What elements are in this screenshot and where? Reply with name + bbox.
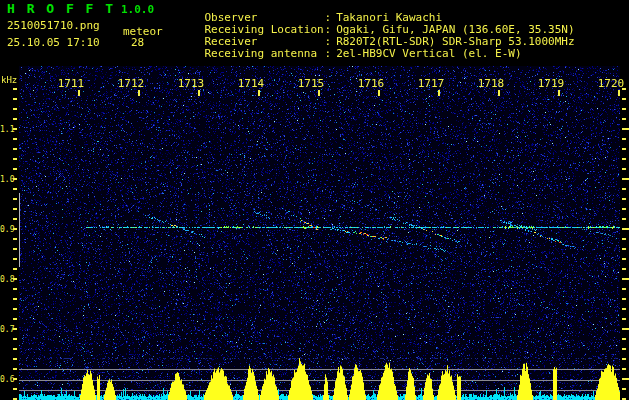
tick-mark bbox=[138, 90, 140, 96]
tick-mark bbox=[13, 288, 17, 290]
tick-mark bbox=[13, 98, 17, 100]
tick-mark bbox=[258, 90, 260, 96]
echo-count: 28 bbox=[131, 38, 144, 48]
freq-tick-label: 0.7 bbox=[0, 325, 14, 335]
tick-mark bbox=[622, 278, 629, 280]
tick-mark bbox=[622, 338, 626, 340]
tick-mark bbox=[78, 90, 80, 96]
tick-mark bbox=[198, 90, 200, 96]
output-filename: 2510051710.png bbox=[7, 21, 100, 31]
tick-mark bbox=[13, 318, 17, 320]
tick-mark bbox=[13, 368, 17, 370]
tick-mark bbox=[558, 90, 560, 96]
tick-mark bbox=[622, 308, 626, 310]
tick-mark bbox=[13, 108, 17, 110]
tick-mark bbox=[13, 168, 17, 170]
tick-mark bbox=[13, 188, 17, 190]
tick-mark bbox=[622, 158, 626, 160]
tick-mark bbox=[622, 128, 629, 130]
tick-mark bbox=[622, 228, 629, 230]
tick-mark bbox=[622, 168, 626, 170]
tick-mark bbox=[13, 278, 17, 280]
spectrogram-canvas bbox=[19, 66, 620, 400]
tick-mark bbox=[318, 90, 320, 96]
tick-mark bbox=[13, 248, 17, 250]
timestamp: 25.10.05 17:10 bbox=[7, 38, 100, 48]
info-row-antenna: Receiving antenna:2el-HB9CV Vertical (el… bbox=[178, 39, 522, 69]
tick-mark bbox=[618, 90, 620, 96]
time-tick-label: 1711 bbox=[56, 79, 86, 89]
tick-mark bbox=[13, 358, 17, 360]
tick-mark bbox=[13, 328, 17, 330]
info-value: 2el-HB9CV Vertical (el. E-W) bbox=[336, 47, 521, 60]
tick-mark bbox=[13, 138, 17, 140]
tick-mark bbox=[622, 138, 626, 140]
tick-mark bbox=[13, 88, 17, 90]
app-title: H R O F F T bbox=[7, 4, 115, 14]
tick-mark bbox=[622, 188, 626, 190]
tick-mark bbox=[622, 108, 626, 110]
tick-mark bbox=[13, 148, 17, 150]
time-tick-label: 1712 bbox=[116, 79, 146, 89]
time-tick-label: 1719 bbox=[536, 79, 566, 89]
tick-mark bbox=[13, 268, 17, 270]
tick-mark bbox=[438, 90, 440, 96]
tick-mark bbox=[13, 158, 17, 160]
freq-tick-label: 0.9 bbox=[0, 225, 14, 235]
tick-mark bbox=[13, 348, 17, 350]
tick-mark bbox=[13, 218, 17, 220]
freq-tick-label: 1.0 bbox=[0, 175, 14, 185]
tick-mark bbox=[13, 118, 17, 120]
tick-mark bbox=[378, 90, 380, 96]
tick-mark bbox=[13, 388, 17, 390]
tick-mark bbox=[622, 178, 629, 180]
tick-mark bbox=[13, 128, 17, 130]
tick-mark bbox=[13, 208, 17, 210]
time-tick-label: 1718 bbox=[476, 79, 506, 89]
tick-mark bbox=[13, 258, 17, 260]
tick-mark bbox=[13, 308, 17, 310]
tick-mark bbox=[622, 378, 629, 380]
tick-mark bbox=[622, 118, 626, 120]
tick-mark bbox=[13, 198, 17, 200]
tick-mark bbox=[622, 198, 626, 200]
tick-mark bbox=[622, 258, 626, 260]
info-label: Receiving antenna bbox=[205, 49, 325, 59]
hrofft-window: H R O F F T 1.0.0 2510051710.png meteor … bbox=[0, 0, 629, 400]
tick-mark bbox=[13, 338, 17, 340]
info-separator: : bbox=[325, 47, 332, 60]
tick-mark bbox=[622, 348, 626, 350]
tick-mark bbox=[13, 298, 17, 300]
tick-mark bbox=[622, 388, 626, 390]
tick-mark bbox=[622, 88, 626, 90]
tick-mark bbox=[622, 208, 626, 210]
tick-mark bbox=[13, 238, 17, 240]
freq-tick-label: 0.6 bbox=[0, 375, 14, 385]
freq-axis-unit: kHz bbox=[1, 75, 17, 85]
time-tick-label: 1715 bbox=[296, 79, 326, 89]
tick-mark bbox=[622, 368, 626, 370]
tick-mark bbox=[622, 218, 626, 220]
tick-mark bbox=[622, 148, 626, 150]
tick-mark bbox=[622, 268, 626, 270]
tick-mark bbox=[622, 358, 626, 360]
tick-mark bbox=[13, 228, 17, 230]
tick-mark bbox=[622, 328, 629, 330]
time-tick-label: 1717 bbox=[416, 79, 446, 89]
freq-tick-label: 1.1 bbox=[0, 125, 14, 135]
tick-mark bbox=[13, 378, 17, 380]
tick-mark bbox=[622, 288, 626, 290]
time-tick-label: 1716 bbox=[356, 79, 386, 89]
time-tick-label: 1714 bbox=[236, 79, 266, 89]
tick-mark bbox=[622, 248, 626, 250]
tick-mark bbox=[13, 178, 17, 180]
tick-mark bbox=[622, 98, 626, 100]
tick-mark bbox=[622, 238, 626, 240]
tick-mark bbox=[622, 298, 626, 300]
time-tick-label: 1713 bbox=[176, 79, 206, 89]
freq-tick-label: 0.8 bbox=[0, 275, 14, 285]
tick-mark bbox=[498, 90, 500, 96]
tick-mark bbox=[622, 318, 626, 320]
app-version: 1.0.0 bbox=[121, 5, 154, 15]
